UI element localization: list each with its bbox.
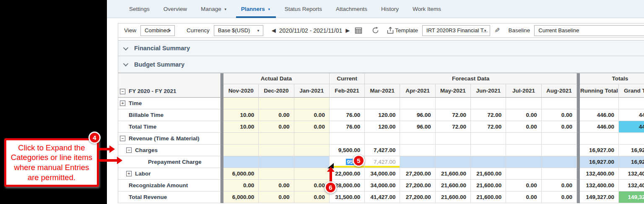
row-label-cell[interactable]: Total Time [118, 121, 221, 133]
value-cell[interactable] [400, 145, 435, 156]
value-cell[interactable] [330, 98, 365, 109]
value-cell[interactable] [400, 98, 435, 109]
collapse-toggle-icon[interactable]: − [120, 136, 125, 141]
row-label-cell[interactable]: Recognizable Amount [118, 180, 221, 191]
value-cell[interactable]: 16,927.00 [580, 156, 619, 168]
value-cell[interactable]: 0.00 [294, 109, 330, 121]
tab-history[interactable]: History [374, 0, 405, 18]
value-cell[interactable]: 149,327.00 [619, 191, 644, 203]
tab-planners[interactable]: Planners▼ [234, 0, 278, 18]
value-cell[interactable]: 10.00 [223, 121, 259, 133]
value-cell[interactable]: 446.00 [619, 109, 644, 121]
value-cell[interactable]: 21,600.00 [471, 168, 506, 180]
value-cell[interactable]: 34,000.00 [365, 168, 400, 180]
collapse-toggle-icon[interactable]: − [126, 147, 132, 153]
value-cell[interactable]: 0.00 [506, 121, 541, 133]
value-cell[interactable]: 6,000.00 [223, 168, 259, 180]
value-cell[interactable] [400, 133, 435, 145]
value-cell[interactable]: 16,927.00 [580, 145, 619, 156]
value-cell[interactable] [619, 98, 644, 109]
value-cell[interactable] [259, 98, 294, 109]
row-label-cell[interactable]: +Time [118, 98, 221, 109]
value-cell[interactable] [542, 98, 577, 109]
section-financial-summary[interactable]: Financial Summary [118, 40, 644, 56]
row-label-cell[interactable]: Billable Time [118, 109, 221, 121]
value-cell[interactable]: 132,400.00 [580, 180, 619, 191]
calendar-icon[interactable] [354, 26, 363, 35]
value-cell[interactable] [294, 133, 330, 145]
value-cell[interactable]: 0.00 [259, 180, 294, 191]
row-label-cell[interactable]: −Charges [118, 145, 221, 156]
value-cell[interactable]: 16,927.00 [619, 156, 644, 168]
value-cell[interactable]: 16,927.00 [619, 145, 644, 156]
value-cell[interactable]: 27,200.00 [400, 168, 435, 180]
row-label-cell[interactable]: +Labor [118, 168, 221, 180]
value-cell[interactable]: 0.00 [506, 109, 541, 121]
value-cell[interactable]: 0.00 [542, 180, 577, 191]
value-cell[interactable] [542, 145, 577, 156]
tab-overview[interactable]: Overview [157, 0, 194, 18]
value-cell[interactable] [542, 168, 577, 180]
value-cell[interactable] [365, 98, 400, 109]
value-cell[interactable] [580, 98, 619, 109]
section-budget-summary[interactable]: Budget Summary [118, 56, 644, 73]
value-cell[interactable]: 132,400.00 [619, 168, 644, 180]
value-cell[interactable]: 27,200.00 [400, 180, 435, 191]
tab-attachments[interactable]: Attachments [329, 0, 374, 18]
value-cell[interactable]: 120.00 [365, 121, 400, 133]
value-cell[interactable]: 0.00 [294, 180, 330, 191]
export-icon[interactable] [386, 26, 395, 35]
value-cell[interactable] [223, 133, 259, 145]
previous-period-icon[interactable]: ◀ [272, 27, 276, 34]
value-cell[interactable] [506, 168, 541, 180]
value-cell[interactable]: 120.00 [365, 109, 400, 121]
value-cell[interactable] [365, 133, 400, 145]
value-cell[interactable]: 21,600.00 [436, 180, 471, 191]
value-cell[interactable]: 9,500.00 [330, 145, 365, 156]
collapse-toggle-icon[interactable]: − [120, 89, 125, 94]
value-cell[interactable]: 0.00 [294, 191, 330, 203]
value-cell[interactable] [471, 98, 506, 109]
value-cell[interactable] [471, 133, 506, 145]
row-label-cell[interactable]: −Revenue (Time & Material) [118, 133, 221, 145]
value-cell[interactable] [506, 98, 541, 109]
value-cell[interactable]: 31,500.00 [330, 191, 365, 203]
tab-settings[interactable]: Settings [122, 0, 156, 18]
value-cell[interactable] [506, 156, 541, 168]
value-cell[interactable]: 0.00 [259, 121, 294, 133]
row-label-cell[interactable]: Total Revenue [118, 191, 221, 203]
value-cell[interactable] [436, 98, 471, 109]
row-label-cell[interactable]: Prepayment Charge [118, 156, 221, 168]
value-cell[interactable]: 76.00 [330, 109, 365, 121]
editing-cell[interactable]: 9500 [330, 156, 365, 168]
value-cell[interactable]: 6,000.00 [223, 191, 259, 203]
tab-work-items[interactable]: Work Items [406, 0, 448, 18]
value-cell[interactable]: 72.00 [471, 109, 506, 121]
value-cell[interactable]: 446.00 [580, 121, 619, 133]
value-cell[interactable]: 132,400.00 [619, 180, 644, 191]
value-cell[interactable]: 72.00 [436, 121, 471, 133]
value-cell[interactable]: 0.00 [259, 191, 294, 203]
edit-pencil-icon[interactable]: ✎ [494, 26, 500, 34]
value-cell[interactable] [330, 133, 365, 145]
value-cell[interactable]: 0.00 [542, 191, 577, 203]
value-cell[interactable] [294, 168, 330, 180]
view-dropdown[interactable]: Combined ▼ [140, 25, 175, 36]
value-cell[interactable]: 0.00 [259, 109, 294, 121]
value-cell[interactable] [259, 168, 294, 180]
value-cell[interactable]: 21,600.00 [471, 191, 506, 203]
value-cell[interactable] [471, 156, 506, 168]
baseline-dropdown[interactable]: Current Baseline ▼ [534, 25, 644, 36]
value-cell[interactable]: 96.00 [400, 109, 435, 121]
value-cell[interactable]: 41,427.00 [365, 191, 400, 203]
value-cell[interactable] [542, 133, 577, 145]
value-cell[interactable]: 7,427.00 [365, 145, 400, 156]
currency-dropdown[interactable]: Base $(USD) ▼ [214, 25, 263, 36]
value-cell[interactable]: 96.00 [400, 121, 435, 133]
value-cell[interactable]: 446.00 [619, 121, 644, 133]
expand-toggle-icon[interactable]: + [120, 101, 125, 106]
next-period-icon[interactable]: ▶ [345, 27, 350, 34]
value-cell[interactable] [471, 145, 506, 156]
value-cell[interactable] [294, 156, 330, 168]
value-cell[interactable]: 132,400.00 [580, 168, 619, 180]
